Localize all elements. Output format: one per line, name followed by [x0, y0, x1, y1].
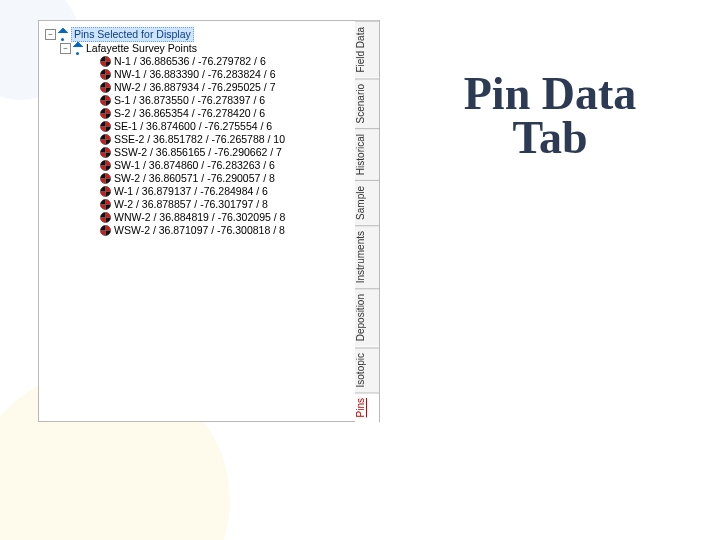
pin-label: NW-1 / 36.883390 / -76.283824 / 6 [114, 68, 276, 81]
pin-row[interactable]: SW-1 / 36.874860 / -76.283263 / 6 [45, 159, 351, 172]
tab-isotopic[interactable]: Isotopic [355, 347, 380, 392]
survey-point-icon [100, 82, 111, 93]
pin-data-panel: − Pins Selected for Display − Lafayette … [38, 20, 380, 422]
pin-icon [74, 42, 83, 55]
pin-row[interactable]: SW-2 / 36.860571 / -76.290057 / 8 [45, 172, 351, 185]
tree-group[interactable]: − Lafayette Survey Points [45, 42, 351, 55]
pin-row[interactable]: NW-1 / 36.883390 / -76.283824 / 6 [45, 68, 351, 81]
pin-row[interactable]: NW-2 / 36.887934 / -76.295025 / 7 [45, 81, 351, 94]
pin-row[interactable]: SE-1 / 36.874600 / -76.275554 / 6 [45, 120, 351, 133]
pin-row[interactable]: WSW-2 / 36.871097 / -76.300818 / 8 [45, 224, 351, 237]
pin-row[interactable]: WNW-2 / 36.884819 / -76.302095 / 8 [45, 211, 351, 224]
survey-point-icon [100, 199, 111, 210]
survey-point-icon [100, 69, 111, 80]
pin-row[interactable]: N-1 / 36.886536 / -76.279782 / 6 [45, 55, 351, 68]
pin-row[interactable]: SSE-2 / 36.851782 / -76.265788 / 10 [45, 133, 351, 146]
tab-sample[interactable]: Sample [355, 180, 380, 225]
survey-point-icon [100, 95, 111, 106]
survey-point-icon [100, 108, 111, 119]
tab-instruments[interactable]: Instruments [355, 225, 380, 288]
tab-field-data[interactable]: Field Data [355, 21, 380, 78]
pin-label: NW-2 / 36.887934 / -76.295025 / 7 [114, 81, 276, 94]
tree-root-label: Pins Selected for Display [71, 27, 194, 42]
pin-row[interactable]: S-1 / 36.873550 / -76.278397 / 6 [45, 94, 351, 107]
pin-label: W-1 / 36.879137 / -76.284984 / 6 [114, 185, 268, 198]
pin-label: SSW-2 / 36.856165 / -76.290662 / 7 [114, 146, 282, 159]
pin-label: WNW-2 / 36.884819 / -76.302095 / 8 [114, 211, 285, 224]
pin-row[interactable]: W-1 / 36.879137 / -76.284984 / 6 [45, 185, 351, 198]
survey-point-icon [100, 225, 111, 236]
survey-point-icon [100, 134, 111, 145]
pin-label: S-2 / 36.865354 / -76.278420 / 6 [114, 107, 265, 120]
pin-icon [59, 28, 68, 41]
survey-point-icon [100, 186, 111, 197]
pin-row[interactable]: S-2 / 36.865354 / -76.278420 / 6 [45, 107, 351, 120]
pin-label: W-2 / 36.878857 / -76.301797 / 8 [114, 198, 268, 211]
title-line: Tab [512, 112, 587, 163]
pin-row[interactable]: W-2 / 36.878857 / -76.301797 / 8 [45, 198, 351, 211]
survey-point-icon [100, 147, 111, 158]
pin-label: SW-1 / 36.874860 / -76.283263 / 6 [114, 159, 275, 172]
tab-pins[interactable]: Pins [355, 392, 380, 422]
survey-point-icon [100, 56, 111, 67]
survey-point-icon [100, 160, 111, 171]
pin-label: SE-1 / 36.874600 / -76.275554 / 6 [114, 120, 272, 133]
pin-row[interactable]: SSW-2 / 36.856165 / -76.290662 / 7 [45, 146, 351, 159]
expand-toggle[interactable]: − [45, 29, 56, 40]
survey-point-icon [100, 121, 111, 132]
tab-historical[interactable]: Historical [355, 128, 380, 180]
pin-label: S-1 / 36.873550 / -76.278397 / 6 [114, 94, 265, 107]
tab-scenario[interactable]: Scenario [355, 78, 380, 128]
tab-deposition[interactable]: Deposition [355, 288, 380, 346]
tree-root[interactable]: − Pins Selected for Display [45, 27, 351, 42]
pin-label: SW-2 / 36.860571 / -76.290057 / 8 [114, 172, 275, 185]
pin-tree: − Pins Selected for Display − Lafayette … [39, 21, 355, 421]
pin-label: N-1 / 36.886536 / -76.279782 / 6 [114, 55, 266, 68]
survey-point-icon [100, 212, 111, 223]
vertical-tab-strip: Field DataScenarioHistoricalSampleInstru… [355, 21, 379, 421]
survey-point-icon [100, 173, 111, 184]
pin-label: SSE-2 / 36.851782 / -76.265788 / 10 [114, 133, 285, 146]
expand-toggle[interactable]: − [60, 43, 71, 54]
slide-title: Pin Data Tab [400, 72, 700, 159]
pin-label: WSW-2 / 36.871097 / -76.300818 / 8 [114, 224, 285, 237]
tree-group-label: Lafayette Survey Points [86, 42, 197, 55]
